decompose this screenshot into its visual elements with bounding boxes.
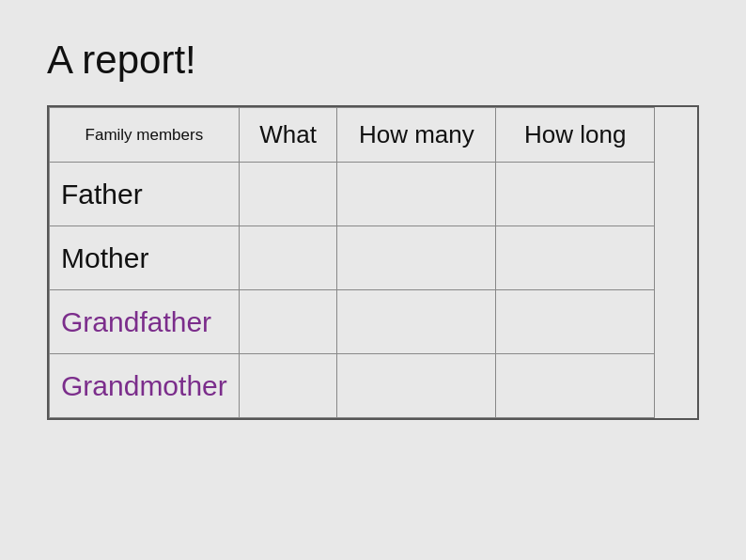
cell-what [239,226,337,290]
cell-what [239,354,337,418]
header-how-long: How long [496,108,655,163]
header-what: What [239,108,337,163]
cell-how-long [496,354,655,418]
cell-family-member: Grandmother [50,354,240,418]
cell-how-many [337,163,496,226]
table-wrapper: Family members What How many How long Fa… [47,105,699,420]
header-family-members: Family members [50,108,240,163]
table-header-row: Family members What How many How long [50,108,655,163]
table-row: Father [50,163,655,226]
header-how-many: How many [337,108,496,163]
cell-how-long [496,163,655,226]
cell-how-many [337,354,496,418]
cell-family-member: Mother [50,226,240,290]
page-container: A report! Family members What How many H… [0,0,746,560]
cell-how-many [337,226,496,290]
cell-family-member: Father [50,163,240,226]
main-table: Family members What How many How long Fa… [49,107,655,418]
cell-how-long [496,226,655,290]
cell-how-long [496,290,655,354]
cell-what [239,163,337,226]
table-row: Mother [50,226,655,290]
table-row: Grandfather [50,290,655,354]
table-body: FatherMotherGrandfatherGrandmother [50,163,655,418]
cell-what [239,290,337,354]
cell-family-member: Grandfather [50,290,240,354]
cell-how-many [337,290,496,354]
table-row: Grandmother [50,354,655,418]
page-title: A report! [47,38,699,83]
